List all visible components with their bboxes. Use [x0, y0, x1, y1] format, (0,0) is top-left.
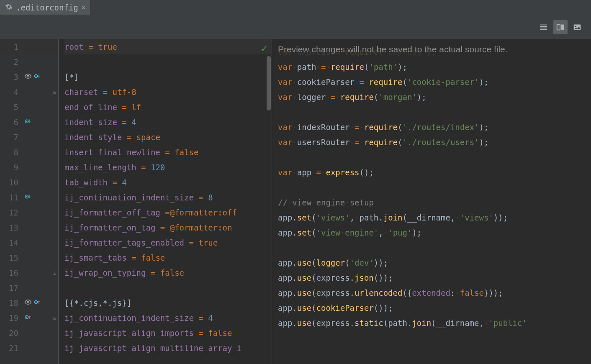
gutter-line[interactable]: 7 — [0, 130, 58, 145]
gutter-line[interactable]: 14 — [0, 235, 58, 250]
preview-line — [278, 240, 591, 255]
code-line[interactable]: ij_javascript_align_multiline_array_i — [64, 341, 272, 356]
code-area[interactable]: root = true[*]charset = utf-8end_of_line… — [59, 39, 272, 364]
line-number: 9 — [4, 163, 18, 172]
gear-icon — [5, 3, 13, 12]
gutter-line[interactable]: 19⊟ — [0, 310, 58, 326]
preview-line: app.set('view·engine',·'pug'); — [278, 225, 591, 240]
line-number: 5 — [4, 103, 18, 112]
code-line[interactable]: ij_continuation_indent_size = 8 — [64, 190, 272, 205]
view-code-button[interactable] — [537, 20, 551, 34]
fold-start-icon[interactable]: ⊟ — [53, 315, 57, 321]
gutter-line[interactable]: 20 — [0, 326, 58, 341]
gutter-line[interactable]: 21 — [0, 341, 58, 356]
preview-line — [278, 105, 591, 120]
preview-line: app.use(express.urlencoded({extended:·fa… — [278, 285, 591, 300]
preview-line: //·view·engine·setup — [278, 195, 591, 210]
svg-point-19 — [26, 317, 28, 318]
analysis-ok-icon[interactable]: ✓ — [261, 42, 267, 54]
line-number: 1 — [4, 42, 18, 51]
file-tab[interactable]: .editorconfig ✕ — [0, 0, 91, 15]
line-number: 16 — [4, 268, 18, 277]
code-line[interactable]: ij_wrap_on_typing = false — [64, 265, 272, 280]
code-line[interactable]: ij_continuation_indent_size = 4 — [64, 310, 272, 326]
gutter-line[interactable]: 15 — [0, 250, 58, 265]
line-number: 20 — [4, 328, 18, 338]
gutter-line[interactable]: 2 — [0, 54, 58, 69]
editor-pane[interactable]: ✓ 1234⊟5678910111213141516⊥171819⊟2021 r… — [0, 39, 272, 364]
line-number: 15 — [4, 253, 18, 262]
gutter-line[interactable]: 6 — [0, 115, 58, 130]
line-number: 12 — [4, 208, 18, 217]
gutter-line[interactable]: 16⊥ — [0, 265, 58, 280]
close-icon[interactable]: ✕ — [82, 3, 86, 11]
override-down-icon[interactable] — [24, 118, 32, 127]
gutter-line[interactable]: 1 — [0, 39, 58, 54]
code-line[interactable]: ij_javascript_align_imports = false — [64, 326, 272, 341]
code-line[interactable] — [64, 280, 272, 295]
gutter-line[interactable]: 10 — [0, 175, 58, 190]
gutter-line[interactable]: 3 — [0, 69, 58, 85]
svg-rect-5 — [561, 24, 564, 30]
fold-end-icon[interactable]: ⊥ — [53, 270, 57, 276]
code-line[interactable]: root = true — [64, 39, 272, 54]
view-split-button[interactable] — [553, 20, 568, 34]
code-line[interactable]: insert_final_newline = false — [64, 145, 272, 160]
gutter-line[interactable]: 5 — [0, 100, 58, 115]
preview-line: var·logger·=·require('morgan'); — [278, 90, 591, 105]
gutter-line[interactable]: 17 — [0, 280, 58, 295]
eye-icon[interactable] — [24, 298, 32, 308]
code-line[interactable]: [{*.cjs,*.js}] — [64, 295, 272, 310]
svg-point-8 — [27, 75, 29, 77]
view-preview-button[interactable] — [570, 20, 584, 34]
gutter-line[interactable]: 12 — [0, 205, 58, 220]
line-number: 14 — [4, 238, 18, 247]
code-line[interactable] — [64, 54, 272, 69]
preview-line: var·cookieParser·=·require('cookie-parse… — [278, 74, 591, 90]
preview-line: var·path·=·require('path'); — [278, 59, 591, 74]
code-line[interactable]: ij_smart_tabs = false — [64, 250, 272, 265]
line-number: 3 — [4, 72, 18, 82]
fold-start-icon[interactable]: ⊟ — [53, 89, 57, 95]
preview-line: var·app·=·express(); — [278, 165, 591, 180]
preview-line: app.use(cookieParser()); — [278, 300, 591, 315]
override-up-icon[interactable] — [24, 313, 32, 323]
code-line[interactable]: indent_size = 4 — [64, 115, 272, 130]
gutter-line[interactable]: 9 — [0, 160, 58, 175]
code-line[interactable]: charset = utf-8 — [64, 85, 272, 100]
preview-line: app.use(logger('dev')); — [278, 255, 591, 270]
line-number: 10 — [4, 178, 18, 187]
view-toolbar — [0, 15, 591, 39]
code-line[interactable]: ij_formatter_off_tag =@formatter:off — [64, 205, 272, 220]
line-number: 2 — [4, 57, 18, 67]
scrollbar-thumb[interactable] — [267, 56, 271, 110]
line-number: 17 — [4, 283, 18, 292]
code-line[interactable]: ij_formatter_on_tag = @formatter:on — [64, 220, 272, 235]
svg-point-15 — [27, 301, 29, 303]
code-line[interactable]: max_line_length = 120 — [64, 160, 272, 175]
gutter-line[interactable]: 8 — [0, 145, 58, 160]
gutter-line[interactable]: 11 — [0, 190, 58, 205]
gutter-line[interactable]: 18 — [0, 295, 58, 310]
preview-line: var·usersRouter·=·require('./routes/user… — [278, 135, 591, 150]
preview-pane[interactable]: Preview changes will not be saved to the… — [272, 39, 591, 364]
line-number: 7 — [4, 133, 18, 142]
gutter[interactable]: 1234⊟5678910111213141516⊥171819⊟2021 — [0, 39, 59, 364]
code-line[interactable]: indent_style = space — [64, 130, 272, 145]
svg-point-12 — [26, 121, 28, 122]
line-number: 18 — [4, 298, 18, 308]
svg-point-17 — [36, 302, 37, 303]
line-number: 4 — [4, 87, 18, 97]
preview-line — [278, 180, 591, 195]
code-line[interactable]: end_of_line = lf — [64, 100, 272, 115]
override-down-icon[interactable] — [33, 72, 41, 82]
override-down-icon[interactable] — [24, 193, 32, 202]
eye-icon[interactable] — [24, 72, 32, 82]
code-line[interactable]: [*] — [64, 69, 272, 85]
gutter-line[interactable]: 13 — [0, 220, 58, 235]
override-up-icon[interactable] — [33, 298, 41, 308]
gutter-line[interactable]: 4⊟ — [0, 85, 58, 100]
code-line[interactable]: tab_width = 4 — [64, 175, 272, 190]
svg-point-14 — [26, 196, 28, 197]
code-line[interactable]: ij_formatter_tags_enabled = true — [64, 235, 272, 250]
